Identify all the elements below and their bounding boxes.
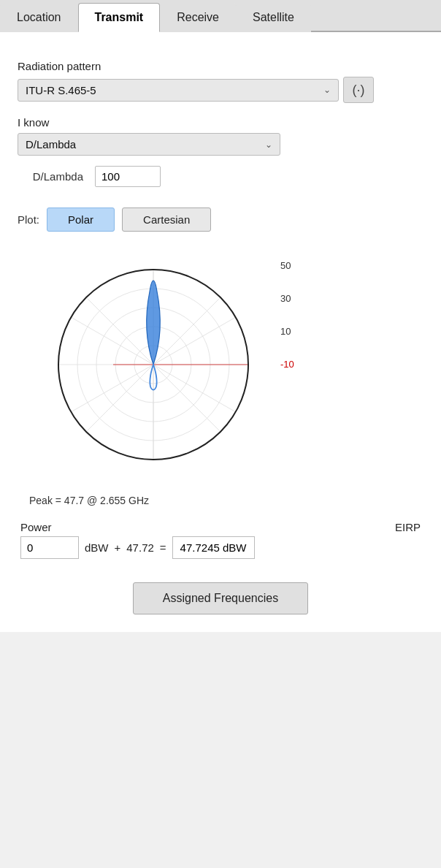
eirp-value: 47.7245 dBW [172, 536, 255, 559]
plot-btn-cartesian[interactable]: Cartesian [122, 208, 211, 232]
power-plus: + [115, 541, 121, 554]
power-section: Power EIRP dBW + 47.72 = 47.7245 dBW [18, 521, 423, 559]
radiation-pattern-label: Radiation pattern [18, 60, 423, 72]
polar-scale-labels: 50 30 10 -10 [280, 240, 294, 369]
i-know-value: D/Lambda [26, 138, 76, 151]
scale-50: 50 [280, 261, 294, 270]
power-input[interactable] [20, 536, 79, 559]
scale-neg10: -10 [280, 359, 294, 369]
eirp-label: EIRP [395, 521, 421, 533]
radiation-pattern-icon-btn[interactable]: (·) [343, 77, 374, 103]
i-know-label: I know [18, 116, 423, 129]
plot-label: Plot: [18, 213, 39, 226]
dropdown-chevron: ⌄ [323, 85, 331, 95]
power-value-row: dBW + 47.72 = 47.7245 dBW [20, 536, 421, 559]
radiation-pattern-row: ITU-R S.465-5 ⌄ (·) [18, 77, 423, 103]
radio-wave-icon: (·) [353, 83, 365, 98]
assigned-frequencies-button[interactable]: Assigned Frequencies [133, 582, 308, 614]
power-header-row: Power EIRP [20, 521, 421, 533]
svg-line-10 [153, 317, 236, 365]
assigned-btn-wrapper: Assigned Frequencies [18, 582, 423, 614]
i-know-row: D/Lambda ⌄ [18, 133, 423, 156]
d-lambda-row: D/Lambda [18, 166, 423, 187]
tab-location[interactable]: Location [0, 3, 78, 32]
svg-line-13 [71, 365, 153, 412]
tab-receive[interactable]: Receive [160, 3, 236, 32]
tab-transmit[interactable]: Transmit [78, 3, 161, 32]
radiation-pattern-value: ITU-R S.465-5 [26, 84, 96, 96]
main-content: Radiation pattern ITU-R S.465-5 ⌄ (·) I … [0, 32, 441, 632]
i-know-chevron: ⌄ [265, 140, 272, 150]
peak-text: Peak = 47.7 @ 2.655 GHz [29, 495, 423, 506]
i-know-dropdown[interactable]: D/Lambda ⌄ [18, 133, 280, 156]
plot-section: Plot: Polar Cartesian [18, 208, 423, 506]
d-lambda-input[interactable] [95, 166, 161, 187]
power-equals: = [160, 541, 166, 554]
tab-bar: Location Transmit Receive Satellite [0, 0, 441, 32]
power-unit: dBW [85, 541, 109, 554]
scale-10: 10 [280, 327, 294, 336]
scale-30: 30 [280, 294, 294, 303]
antenna-gain-value: 47.72 [126, 541, 154, 554]
polar-chart [29, 240, 277, 489]
polar-chart-container: 50 30 10 -10 [29, 240, 423, 489]
svg-line-12 [153, 365, 236, 412]
tab-satellite[interactable]: Satellite [236, 3, 311, 32]
svg-line-11 [71, 317, 153, 365]
plot-label-row: Plot: Polar Cartesian [18, 208, 423, 232]
plot-btn-polar[interactable]: Polar [47, 208, 115, 232]
power-label: Power [20, 521, 52, 533]
d-lambda-label: D/Lambda [18, 170, 83, 183]
radiation-pattern-dropdown[interactable]: ITU-R S.465-5 ⌄ [18, 79, 339, 102]
